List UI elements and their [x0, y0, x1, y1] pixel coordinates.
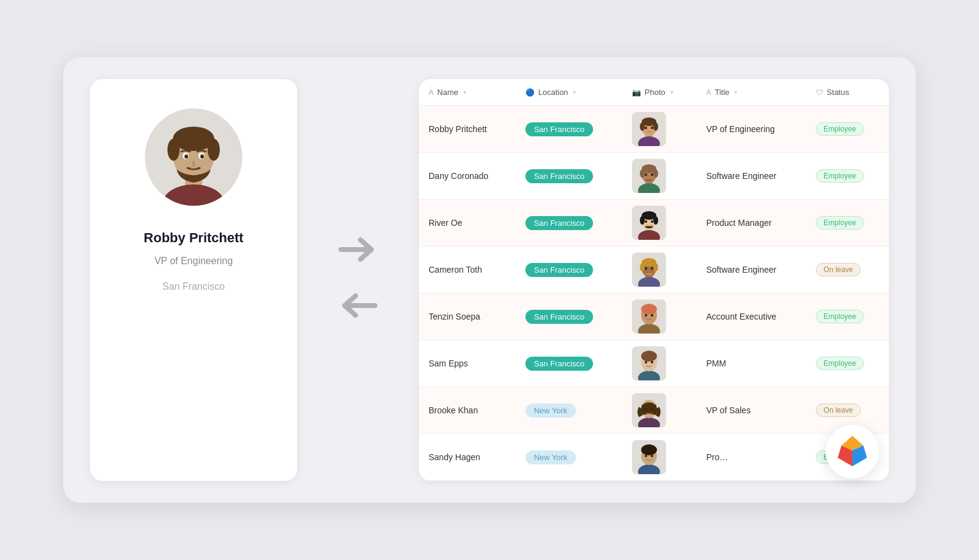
name-dropdown-icon[interactable]: ▾	[463, 89, 466, 96]
status-badge: Employee	[816, 357, 864, 370]
col-header-photo[interactable]: 📷 Photo ▾	[622, 79, 697, 106]
logo-container	[826, 425, 879, 478]
employee-table: A Name ▾ 🔵 Location ▾	[419, 79, 889, 481]
cell-status: On leave	[806, 247, 889, 293]
cell-name: River Oe	[419, 200, 516, 247]
cell-photo	[622, 434, 697, 481]
cell-title: Product Manager	[697, 200, 806, 247]
col-label-status: Status	[827, 88, 849, 97]
cell-title: VP of Engineering	[697, 106, 806, 153]
status-badge: Employee	[816, 216, 864, 229]
svg-point-25	[640, 169, 645, 178]
profile-title: VP of Engineering	[155, 256, 233, 267]
cell-photo	[622, 106, 697, 153]
profile-location: San Francisco	[163, 281, 225, 292]
location-badge: San Francisco	[525, 263, 593, 277]
svg-point-52	[645, 314, 647, 317]
table-header-row: A Name ▾ 🔵 Location ▾	[419, 79, 889, 106]
arrow-right	[336, 234, 380, 270]
photo-cell	[632, 253, 666, 287]
cell-name: Cameron Toth	[419, 247, 516, 293]
cell-photo	[622, 340, 697, 387]
photo-cell	[632, 206, 666, 240]
status-badge: On leave	[816, 404, 861, 417]
svg-point-18	[645, 127, 647, 129]
cell-status: Employee	[806, 106, 889, 153]
svg-point-26	[653, 169, 658, 178]
svg-point-17	[653, 122, 658, 131]
cell-title: Pro…	[697, 434, 806, 481]
arrows-container	[334, 234, 382, 326]
cell-name: Dany Coronado	[419, 153, 516, 200]
cell-location: San Francisco	[516, 293, 622, 340]
svg-point-65	[645, 408, 647, 410]
table-row[interactable]: Sandy Hagen New York Pro… Employee	[419, 434, 889, 481]
svg-point-66	[651, 408, 653, 410]
svg-point-37	[651, 220, 653, 223]
cell-location: San Francisco	[516, 200, 622, 247]
svg-point-71	[641, 444, 657, 455]
table-row[interactable]: Cameron Toth San Francisco Software Engi…	[419, 247, 889, 293]
table-row[interactable]: Dany Coronado San Francisco Software Eng…	[419, 153, 889, 200]
cell-location: San Francisco	[516, 247, 622, 293]
profile-name: Robby Pritchett	[144, 230, 244, 246]
cell-status: Employee	[806, 200, 889, 247]
photo-dropdown-icon[interactable]: ▾	[670, 89, 673, 96]
table-row[interactable]: River Oe San Francisco Product Manager E…	[419, 200, 889, 247]
col-label-location: Location	[538, 88, 568, 97]
cell-photo	[622, 247, 697, 293]
location-dropdown-icon[interactable]: ▾	[573, 89, 576, 96]
cell-status: Employee	[806, 293, 889, 340]
svg-point-16	[640, 122, 645, 131]
title-dropdown-icon[interactable]: ▾	[734, 89, 737, 96]
cell-location: San Francisco	[516, 340, 622, 387]
table-row[interactable]: Brooke Khan New York VP of Sales On leav…	[419, 387, 889, 434]
location-col-icon: 🔵	[525, 88, 535, 97]
col-header-title[interactable]: A Title ▾	[697, 79, 806, 106]
photo-cell	[632, 112, 666, 146]
table-card: A Name ▾ 🔵 Location ▾	[419, 79, 889, 481]
col-header-name[interactable]: A Name ▾	[419, 79, 516, 106]
col-header-location[interactable]: 🔵 Location ▾	[516, 79, 622, 106]
location-badge: San Francisco	[525, 122, 593, 136]
location-badge: San Francisco	[525, 169, 593, 183]
avatar	[145, 108, 242, 206]
cell-name: Robby Pritchett	[419, 106, 516, 153]
table-row[interactable]: Robby Pritchett San Francisco VP of Engi…	[419, 106, 889, 153]
svg-point-53	[651, 314, 653, 317]
cell-status: Employee	[806, 153, 889, 200]
photo-cell	[632, 440, 666, 474]
table-row[interactable]: Sam Epps San Francisco PMM Employee	[419, 340, 889, 387]
status-badge: Employee	[816, 310, 864, 323]
status-badge: Employee	[816, 169, 864, 183]
svg-point-60	[651, 361, 653, 363]
cell-title: Software Engineer	[697, 247, 806, 293]
svg-point-28	[651, 173, 653, 176]
cell-photo	[622, 153, 697, 200]
cell-photo	[622, 200, 697, 247]
col-header-status[interactable]: 🛡 Status	[806, 79, 889, 106]
cell-title: Software Engineer	[697, 153, 806, 200]
arrow-left	[336, 290, 380, 326]
table-row[interactable]: Tenzin Soepa San Francisco Account Execu…	[419, 293, 889, 340]
cell-title: PMM	[697, 340, 806, 387]
svg-point-9	[184, 155, 188, 159]
svg-point-44	[653, 263, 658, 271]
main-container: Robby Pritchett VP of Engineering San Fr…	[63, 57, 916, 503]
location-badge: San Francisco	[525, 310, 593, 324]
photo-cell	[632, 393, 666, 427]
col-label-name: Name	[437, 88, 458, 97]
cell-location: New York	[516, 387, 622, 434]
cell-name: Brooke Khan	[419, 387, 516, 434]
status-badge: Employee	[816, 122, 864, 136]
photo-cell	[632, 159, 666, 193]
cell-photo	[622, 293, 697, 340]
location-badge: New York	[525, 404, 576, 418]
svg-point-6	[208, 139, 220, 161]
svg-point-36	[645, 220, 647, 223]
col-label-title: Title	[715, 88, 729, 97]
svg-point-58	[641, 351, 657, 362]
col-label-photo: Photo	[645, 88, 665, 97]
svg-point-45	[645, 267, 647, 270]
location-badge: San Francisco	[525, 357, 593, 371]
